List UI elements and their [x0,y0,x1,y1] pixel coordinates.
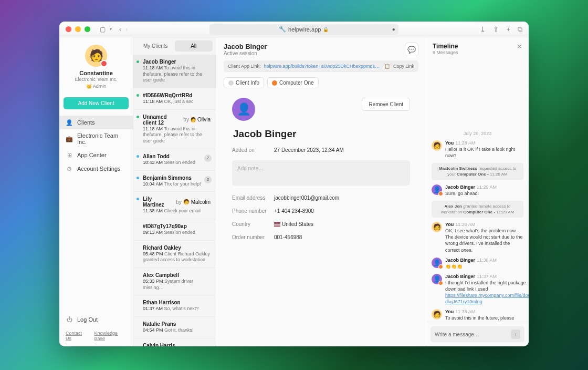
nav-label: App Center [77,152,107,158]
client-name: Richard Oakley [143,245,211,251]
nav-item-electronic-team-inc-[interactable]: 💼Electronic Team Inc. [59,129,133,148]
client-item[interactable]: Ethan Harrison01:37 AM So, what's next? [133,295,216,317]
client-item[interactable]: #ID566WRqQrrtRRd11:18 AM OK, just a sec [133,88,216,110]
nav-item-app-center[interactable]: ⊞App Center [59,148,133,162]
add-client-button[interactable]: Add New Client [64,97,129,109]
client-item[interactable]: Benjamin Simmons10:04 AM Thx for your he… [133,171,216,192]
message: 👤Jacob Binger11:36 AM👏👏👏 [432,258,523,270]
client-meta: 11:18 AM To avoid this in thefuture, ple… [143,65,211,84]
message-text: Sure, go ahead! [445,190,523,197]
assignee-avatar-icon: 🧑 [183,199,190,205]
logout-button[interactable]: ⏻ Log Out [66,316,127,323]
tab-computer-one-label: Computer One [279,80,314,86]
client-name: Alex Campbell [143,272,211,278]
dropdown-icon[interactable]: ▾ [110,27,112,32]
address-bar[interactable]: 🔧 helpwire.app 🔒 ● [209,24,398,35]
new-tab-icon[interactable]: + [506,25,510,34]
phone-value: +1 404 234-8900 [274,208,314,214]
detail-subtitle: Active session [224,50,267,56]
client-item[interactable]: Unnamed client 12 by 🧑 Olivia11:18 AM To… [133,110,216,149]
note-input[interactable]: Add note… [232,160,410,186]
nav-item-account-settings[interactable]: ⚙Account Settings [59,162,133,176]
user-avatar[interactable]: 🧑 [85,45,107,67]
message-link[interactable]: https://fileshare.mycompany.com/file/dow… [445,293,529,304]
nav-label: Account Settings [77,166,121,172]
chat-button[interactable]: 💬 [405,43,418,56]
status-dot-icon [136,155,139,158]
url-text: helpwire.app [288,26,321,33]
remove-client-button[interactable]: Remove Client [362,98,410,111]
client-meta: 11:18 AM OK, just a sec [143,99,211,105]
message-text: Hello! Is it OK if I take a look right n… [445,146,523,159]
client-name: Lily Martinez by 🧑 Malcolm [143,196,211,208]
client-name: Natalie Prans [143,321,211,327]
minimize-icon[interactable] [75,26,81,32]
timeline-subtitle: 9 Messages [433,50,458,55]
maximize-icon[interactable] [85,26,90,32]
message-input[interactable] [435,332,508,337]
added-on-label: Added on [232,147,274,153]
link-label: Client App Link: [228,64,261,69]
tab-all[interactable]: All [175,40,213,52]
message-text: To avoid this in the future, please refe… [445,315,523,322]
country-label: Country [232,221,274,227]
link-url[interactable]: helpwire.app/builds?token=a8wdp25DkCHbex… [264,64,381,69]
forward-icon: › [125,26,128,33]
client-name: Benjamin Simmons [143,175,211,181]
message-text: 👏👏👏 [445,263,523,270]
message-header: You11:38 AM [445,309,523,314]
client-avatar: 👤 [232,98,255,121]
email-label: Email address [232,195,274,201]
client-item[interactable]: Jacob Binger11:18 AM To avoid this in th… [133,55,216,88]
client-meta: 11:18 AM To avoid this in thefuture, ple… [143,126,211,145]
us-flag-icon [274,222,280,227]
nav-label: Electronic Team Inc. [77,132,127,145]
close-timeline-button[interactable]: ✕ [517,43,522,50]
unread-badge: 2 [204,176,212,183]
tab-client-info[interactable]: Client Info [224,77,264,88]
client-meta: 11:38 AM Check your email [143,208,211,214]
client-item[interactable]: Alex Campbell05:33 PM System driver miss… [133,268,216,295]
timeline-title: Timeline [433,43,458,50]
client-item[interactable]: #ID87gTy17q90ap09:13 AM Session ended [133,219,216,241]
nav-item-clients[interactable]: 👤Clients [59,116,133,129]
assignee-avatar-icon: 🧑 [191,117,196,123]
message: 👤Jacob Binger11:37 AMI thought I'd insta… [432,274,523,305]
copy-link-button[interactable]: Copy Link [393,64,414,69]
message-header: You11:28 AM [445,140,523,146]
tab-computer-one[interactable]: Computer One [267,77,319,88]
status-dot-icon [136,177,139,179]
composer: ↑ [426,322,529,346]
contact-link[interactable]: Contact Us [66,331,87,341]
timeline-messages: July 29, 2023 🧑You11:28 AMHello! Is it O… [426,58,529,322]
tabs-icon[interactable]: ⧉ [518,25,522,34]
client-item[interactable]: Natalie Prans04:54 PM Got it, thanks! [133,317,216,338]
nav-icon: ⊞ [66,151,73,159]
share-icon[interactable]: ⇪ [493,25,499,34]
sidebar-icon[interactable]: ▢ [100,26,106,33]
lock-icon: 🔒 [323,27,329,32]
client-name: Ethan Harrison [143,300,211,305]
detail-title: Jacob Binger [224,43,267,50]
note-placeholder: Add note… [237,166,264,171]
client-item[interactable]: Richard Oakley05:48 PM Client Richard Oa… [133,241,216,268]
back-icon[interactable]: ‹ [119,26,121,33]
close-icon[interactable] [66,26,71,32]
client-item[interactable]: Calvin Harris [133,338,216,346]
person-icon: 👤 [237,102,251,116]
email-value: jacobbinger001@gmail.com [274,195,339,201]
kb-link[interactable]: Knowledge Base [94,331,127,341]
download-icon[interactable]: ⤓ [480,25,486,34]
client-item[interactable]: Allan Todd10:43 AM Session ended7 [133,149,216,171]
message-header: Jacob Binger11:36 AM [445,258,523,263]
country-value: United States [274,221,313,227]
reader-icon[interactable]: ● [392,26,395,32]
tab-my-clients[interactable]: My Clients [136,40,175,52]
send-button[interactable]: ↑ [511,330,520,339]
nav-icon: 👤 [66,119,73,126]
message-avatar: 🧑 [432,309,442,320]
client-item[interactable]: Lily Martinez by 🧑 Malcolm11:38 AM Check… [133,192,216,219]
message-text: I thought I'd installed the right packag… [445,280,529,305]
send-icon: ↑ [514,332,517,337]
message-text: OK, I see what's the problem now. The de… [445,228,523,253]
